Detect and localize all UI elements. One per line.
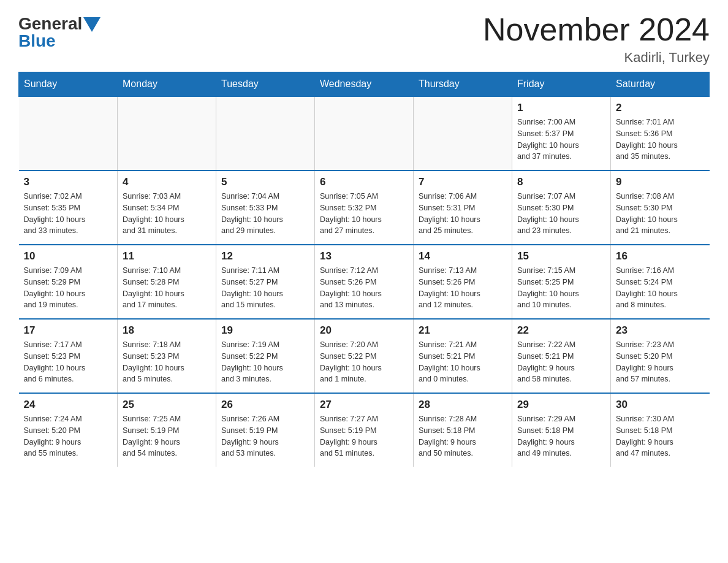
header: General Blue November 2024 Kadirli, Turk… xyxy=(18,12,710,66)
day-number: 29 xyxy=(517,399,605,411)
day-info: Sunrise: 7:18 AM Sunset: 5:23 PM Dayligh… xyxy=(123,339,211,385)
calendar-cell: 27Sunrise: 7:27 AM Sunset: 5:19 PM Dayli… xyxy=(315,393,414,467)
day-info: Sunrise: 7:26 AM Sunset: 5:19 PM Dayligh… xyxy=(221,413,309,459)
calendar-cell: 1Sunrise: 7:00 AM Sunset: 5:37 PM Daylig… xyxy=(512,96,611,170)
day-number: 20 xyxy=(320,324,408,337)
day-number: 15 xyxy=(517,250,605,262)
day-info: Sunrise: 7:17 AM Sunset: 5:23 PM Dayligh… xyxy=(24,339,113,385)
calendar-week-row: 24Sunrise: 7:24 AM Sunset: 5:20 PM Dayli… xyxy=(19,393,710,467)
calendar-cell: 13Sunrise: 7:12 AM Sunset: 5:26 PM Dayli… xyxy=(315,245,414,319)
calendar-cell: 22Sunrise: 7:22 AM Sunset: 5:21 PM Dayli… xyxy=(512,319,611,393)
day-info: Sunrise: 7:05 AM Sunset: 5:32 PM Dayligh… xyxy=(320,191,408,237)
day-number: 8 xyxy=(517,176,605,188)
day-number: 30 xyxy=(616,399,705,411)
calendar-cell xyxy=(19,96,118,170)
day-info: Sunrise: 7:23 AM Sunset: 5:20 PM Dayligh… xyxy=(616,339,705,385)
calendar-cell: 28Sunrise: 7:28 AM Sunset: 5:18 PM Dayli… xyxy=(414,393,512,467)
day-info: Sunrise: 7:07 AM Sunset: 5:30 PM Dayligh… xyxy=(517,191,605,237)
calendar-cell xyxy=(315,96,414,170)
calendar-cell: 16Sunrise: 7:16 AM Sunset: 5:24 PM Dayli… xyxy=(611,245,710,319)
month-title: November 2024 xyxy=(483,12,710,47)
day-number: 3 xyxy=(24,176,113,188)
day-info: Sunrise: 7:27 AM Sunset: 5:19 PM Dayligh… xyxy=(320,413,408,459)
calendar-header-monday: Monday xyxy=(118,72,216,97)
logo: General Blue xyxy=(18,12,100,50)
calendar-cell: 9Sunrise: 7:08 AM Sunset: 5:30 PM Daylig… xyxy=(611,170,710,245)
calendar-table: SundayMondayTuesdayWednesdayThursdayFrid… xyxy=(18,72,710,467)
calendar-cell: 18Sunrise: 7:18 AM Sunset: 5:23 PM Dayli… xyxy=(118,319,216,393)
day-info: Sunrise: 7:24 AM Sunset: 5:20 PM Dayligh… xyxy=(24,413,113,459)
day-info: Sunrise: 7:01 AM Sunset: 5:36 PM Dayligh… xyxy=(616,117,705,163)
day-number: 5 xyxy=(221,176,309,188)
day-number: 10 xyxy=(24,250,113,262)
calendar-cell: 3Sunrise: 7:02 AM Sunset: 5:35 PM Daylig… xyxy=(19,170,118,245)
day-number: 2 xyxy=(616,102,705,114)
calendar-header-saturday: Saturday xyxy=(611,72,710,97)
day-number: 19 xyxy=(221,324,309,337)
day-number: 6 xyxy=(320,176,408,188)
day-number: 28 xyxy=(419,399,507,411)
day-info: Sunrise: 7:03 AM Sunset: 5:34 PM Dayligh… xyxy=(123,191,211,237)
day-info: Sunrise: 7:19 AM Sunset: 5:22 PM Dayligh… xyxy=(221,339,309,385)
calendar-cell xyxy=(414,96,512,170)
calendar-header-tuesday: Tuesday xyxy=(216,72,315,97)
day-info: Sunrise: 7:21 AM Sunset: 5:21 PM Dayligh… xyxy=(419,339,507,385)
calendar-week-row: 17Sunrise: 7:17 AM Sunset: 5:23 PM Dayli… xyxy=(19,319,710,393)
calendar-cell xyxy=(118,96,216,170)
day-info: Sunrise: 7:04 AM Sunset: 5:33 PM Dayligh… xyxy=(221,191,309,237)
day-number: 17 xyxy=(24,324,113,337)
day-info: Sunrise: 7:22 AM Sunset: 5:21 PM Dayligh… xyxy=(517,339,605,385)
calendar-cell: 23Sunrise: 7:23 AM Sunset: 5:20 PM Dayli… xyxy=(611,319,710,393)
day-info: Sunrise: 7:25 AM Sunset: 5:19 PM Dayligh… xyxy=(123,413,211,459)
day-number: 18 xyxy=(123,324,211,337)
logo-general-text: General xyxy=(18,15,82,33)
calendar-header-row: SundayMondayTuesdayWednesdayThursdayFrid… xyxy=(19,72,710,97)
calendar-cell: 25Sunrise: 7:25 AM Sunset: 5:19 PM Dayli… xyxy=(118,393,216,467)
day-number: 22 xyxy=(517,324,605,337)
calendar-cell: 12Sunrise: 7:11 AM Sunset: 5:27 PM Dayli… xyxy=(216,245,315,319)
day-info: Sunrise: 7:16 AM Sunset: 5:24 PM Dayligh… xyxy=(616,265,705,311)
day-number: 9 xyxy=(616,176,705,188)
day-number: 12 xyxy=(221,250,309,262)
day-info: Sunrise: 7:06 AM Sunset: 5:31 PM Dayligh… xyxy=(419,191,507,237)
day-number: 4 xyxy=(123,176,211,188)
svg-marker-0 xyxy=(83,17,100,32)
calendar-cell: 4Sunrise: 7:03 AM Sunset: 5:34 PM Daylig… xyxy=(118,170,216,245)
calendar-cell: 15Sunrise: 7:15 AM Sunset: 5:25 PM Dayli… xyxy=(512,245,611,319)
logo-triangle-icon xyxy=(83,17,100,32)
day-number: 24 xyxy=(24,399,113,411)
calendar-cell: 6Sunrise: 7:05 AM Sunset: 5:32 PM Daylig… xyxy=(315,170,414,245)
calendar-cell: 14Sunrise: 7:13 AM Sunset: 5:26 PM Dayli… xyxy=(414,245,512,319)
day-number: 1 xyxy=(517,102,605,114)
day-number: 26 xyxy=(221,399,309,411)
day-info: Sunrise: 7:28 AM Sunset: 5:18 PM Dayligh… xyxy=(419,413,507,459)
calendar-cell: 20Sunrise: 7:20 AM Sunset: 5:22 PM Dayli… xyxy=(315,319,414,393)
day-info: Sunrise: 7:13 AM Sunset: 5:26 PM Dayligh… xyxy=(419,265,507,311)
day-info: Sunrise: 7:11 AM Sunset: 5:27 PM Dayligh… xyxy=(221,265,309,311)
calendar-cell: 11Sunrise: 7:10 AM Sunset: 5:28 PM Dayli… xyxy=(118,245,216,319)
calendar-header-thursday: Thursday xyxy=(414,72,512,97)
day-number: 16 xyxy=(616,250,705,262)
day-number: 23 xyxy=(616,324,705,337)
location: Kadirli, Turkey xyxy=(483,50,710,66)
logo-blue-text: Blue xyxy=(18,33,56,50)
day-info: Sunrise: 7:30 AM Sunset: 5:18 PM Dayligh… xyxy=(616,413,705,459)
day-info: Sunrise: 7:02 AM Sunset: 5:35 PM Dayligh… xyxy=(24,191,113,237)
calendar-cell xyxy=(216,96,315,170)
calendar-cell: 29Sunrise: 7:29 AM Sunset: 5:18 PM Dayli… xyxy=(512,393,611,467)
title-area: November 2024 Kadirli, Turkey xyxy=(483,12,710,66)
calendar-cell: 19Sunrise: 7:19 AM Sunset: 5:22 PM Dayli… xyxy=(216,319,315,393)
day-number: 21 xyxy=(419,324,507,337)
day-number: 25 xyxy=(123,399,211,411)
calendar-cell: 24Sunrise: 7:24 AM Sunset: 5:20 PM Dayli… xyxy=(19,393,118,467)
calendar-cell: 7Sunrise: 7:06 AM Sunset: 5:31 PM Daylig… xyxy=(414,170,512,245)
day-info: Sunrise: 7:12 AM Sunset: 5:26 PM Dayligh… xyxy=(320,265,408,311)
calendar-cell: 8Sunrise: 7:07 AM Sunset: 5:30 PM Daylig… xyxy=(512,170,611,245)
calendar-header-wednesday: Wednesday xyxy=(315,72,414,97)
day-info: Sunrise: 7:29 AM Sunset: 5:18 PM Dayligh… xyxy=(517,413,605,459)
calendar-cell: 21Sunrise: 7:21 AM Sunset: 5:21 PM Dayli… xyxy=(414,319,512,393)
calendar-week-row: 3Sunrise: 7:02 AM Sunset: 5:35 PM Daylig… xyxy=(19,170,710,245)
day-info: Sunrise: 7:10 AM Sunset: 5:28 PM Dayligh… xyxy=(123,265,211,311)
calendar-cell: 5Sunrise: 7:04 AM Sunset: 5:33 PM Daylig… xyxy=(216,170,315,245)
calendar-cell: 17Sunrise: 7:17 AM Sunset: 5:23 PM Dayli… xyxy=(19,319,118,393)
